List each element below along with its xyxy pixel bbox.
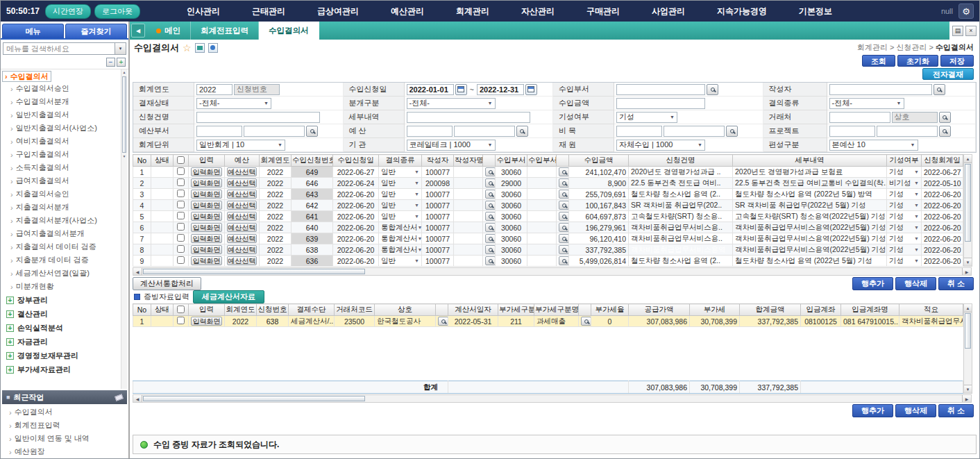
amount-cell[interactable]: 604,697,873 [569,211,629,222]
column-header[interactable]: 공급가액 [629,304,690,316]
writer-search-button[interactable] [485,190,496,199]
amount-cell[interactable]: 8,900 [569,178,629,189]
column-header[interactable]: 부가세율 [591,304,629,316]
gisung-select[interactable]: 기성▼ [616,112,677,123]
dept-cell[interactable]: 30060 [496,244,527,256]
bill-date-cell[interactable]: 2022-05-31 [448,316,498,327]
acct-date-cell[interactable]: 2022-06-27 [922,167,963,178]
main-tab[interactable]: 회계전표입력 [191,22,259,40]
writer-search-button[interactable] [485,223,496,232]
expense-code-input[interactable] [616,126,662,137]
income-grid-row[interactable]: 5 입력화면 예산선택 2022 641 2022-06-20 일반▼ 1000… [133,211,963,222]
detail-cell[interactable]: 2020년도 경영평가성과급 보험료 [733,167,887,178]
favorite-star-icon[interactable]: ☆ [183,42,192,53]
menu-tree-item[interactable]: › 지출결의서 데이터 검증 [2,240,120,253]
column-header[interactable]: No [133,304,151,316]
writer-input[interactable] [829,84,932,95]
dept-cell[interactable]: 29000 [496,178,527,189]
column-header[interactable]: 수입금액 [569,155,629,167]
title-cell[interactable]: 객차비품취급업무서비스용.. [629,233,733,244]
customer-cell[interactable]: 한국철도공사 [375,316,436,327]
dept-name-cell[interactable] [527,189,557,200]
tax-invoice-button[interactable]: 세금계산서자료 [193,290,264,303]
recent-work-item[interactable]: › 수입결의서 [1,406,128,419]
amount-cell[interactable]: 337,792,385 [569,244,629,256]
budget-select-button[interactable]: 예산선택 [227,256,257,265]
menu-tree-item[interactable]: › 일반지출결의서(사업소) [2,122,120,135]
gisung-cell[interactable]: 비기성▼ [887,178,922,189]
doc-type-cell[interactable]: 통합계산서▼ [379,233,422,244]
writer-name-cell[interactable] [454,244,483,256]
scroll-down-icon[interactable]: ▼ [121,153,127,160]
request-title-input[interactable] [196,112,320,123]
input-screen-button[interactable]: 입력화면 [191,245,222,254]
query-button[interactable]: 조회 [862,55,895,67]
gisung-cell[interactable]: 기성▼ [887,222,922,233]
dept-cell[interactable]: 30060 [496,233,527,244]
writer-cell[interactable]: 200098 [422,178,454,189]
title-cell[interactable]: 객차비품취급업무서비스용.. [629,222,733,233]
request-date-cell[interactable]: 2022-06-20 [333,189,379,200]
amount-cell[interactable]: 96,120,410 [569,233,629,244]
column-header[interactable]: 신청회계일 [922,155,963,167]
menu-group-item[interactable]: + 장부관리 [2,293,120,307]
dept-name-cell[interactable] [527,244,557,256]
scroll-up-icon[interactable]: ▲ [121,69,127,76]
detail-cell[interactable]: 객차비품취급업무서비스용역(2022년5월) 기성 [733,233,887,244]
customer-search-button[interactable] [939,112,951,123]
input-screen-button[interactable]: 입력화면 [191,223,222,232]
menu-tree-item[interactable]: › 수입결의서승인 [2,82,120,95]
column-header[interactable]: 입력 [189,304,225,316]
acct-date-cell[interactable]: 2022-06-20 [922,189,963,200]
doc-type-select[interactable]: -전체-▼ [829,98,904,109]
writer-name-cell[interactable] [454,211,483,222]
scroll-up-icon[interactable]: ▲ [964,304,972,312]
dept-cell[interactable]: 30060 [496,222,527,233]
row-checkbox[interactable] [177,212,185,219]
budget-search-button[interactable] [516,126,528,137]
income-grid-row[interactable]: 4 입력화면 예산선택 2022 642 2022-06-20 일반▼ 1000… [133,200,963,211]
settings-button[interactable]: ⚙ [958,3,974,19]
dept-name-cell[interactable] [527,200,557,211]
column-header[interactable]: 회계연도 [225,304,257,316]
scroll-left-icon[interactable]: ◀ [133,268,142,275]
recent-work-item[interactable]: › 회계전표입력 [1,419,128,432]
scroll-down-icon[interactable]: ▼ [964,258,972,266]
title-cell[interactable]: 철도차량 청소사업 용역 (2.. [629,256,733,267]
dept-name-cell[interactable] [527,233,557,244]
amount-cell[interactable]: 5,499,026,814 [569,256,629,267]
dept-cell[interactable]: 30060 [496,256,527,267]
account-cell[interactable]: 08100125 [801,316,841,327]
tab-list-button[interactable]: ▤ [952,26,963,36]
detail-input[interactable] [407,112,530,123]
writer-name-cell[interactable] [454,200,483,211]
vat-code-cell[interactable]: 211 [498,316,534,327]
gisung-cell[interactable]: 기성▼ [887,211,922,222]
dept-search-button[interactable] [559,234,569,243]
vat-rate-cell[interactable]: 0 [591,316,629,327]
dept-name-cell[interactable] [527,256,557,267]
select-all-checkbox[interactable] [177,156,185,164]
column-header[interactable]: 작성자 [422,155,454,167]
dept-cell[interactable]: 30060 [496,167,527,178]
extend-time-button[interactable]: 시간연장 [45,4,91,19]
dept-search-button[interactable] [559,212,569,221]
scrollbar-thumb[interactable] [122,76,126,153]
column-header[interactable]: 상태 [151,304,174,316]
acct-date-cell[interactable]: 2022-06-20 [922,233,963,244]
gisung-cell[interactable]: 기성▼ [887,244,922,256]
menu-group-item[interactable]: + 손익실적분석 [2,321,120,335]
input-screen-button[interactable]: 입력화면 [191,234,222,243]
scroll-right-icon[interactable]: ▶ [962,268,971,275]
budget-dept-search-button[interactable] [306,126,318,137]
detail-cell[interactable]: 철도차량 청소사업 용역 (2022년 5월) 기성 [733,256,887,267]
row-add-button[interactable]: 행추가 [852,404,893,417]
menu-tree-item[interactable]: › 지출결의서승인 [2,187,120,201]
scrollbar-thumb[interactable] [143,269,365,274]
writer-cell[interactable]: 100077 [422,200,454,211]
title-cell[interactable]: 철도차량 청소사업 용역 (2.. [629,189,733,200]
writer-name-cell[interactable] [454,189,483,200]
memo-cell[interactable]: 객차비품취급업무서비스용.. [899,316,963,327]
date-from-input[interactable] [407,84,454,95]
input-screen-button[interactable]: 입력화면 [191,317,222,326]
